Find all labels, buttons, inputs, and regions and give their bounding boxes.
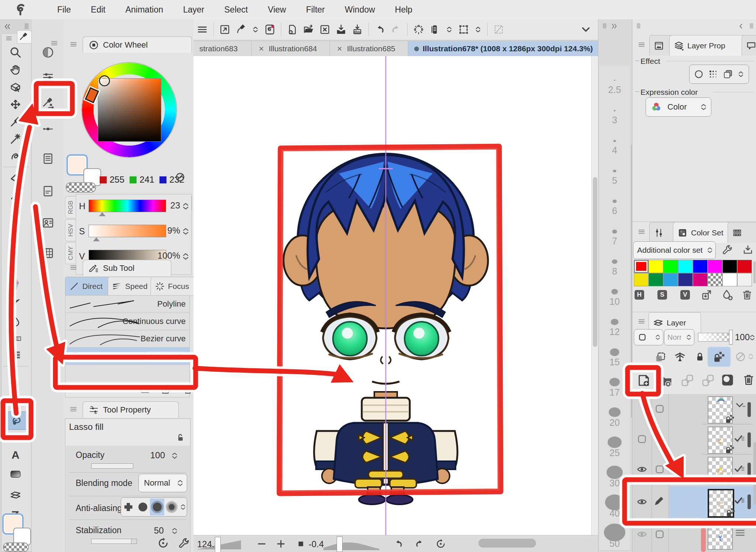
frame-border-tool-icon[interactable] [9, 380, 22, 393]
menu-item-select[interactable]: Select [214, 5, 258, 15]
brush-size-20[interactable]: 20 [599, 399, 630, 430]
move-tool-icon[interactable] [9, 98, 22, 111]
unlock-icon[interactable] [175, 432, 186, 443]
account-card-icon[interactable] [41, 216, 55, 230]
material-tool-icon[interactable] [9, 489, 22, 501]
rotate-cw-icon[interactable] [414, 538, 425, 549]
sub-tool-item-polyline[interactable]: Polyline [65, 296, 189, 313]
color-circle-icon[interactable] [41, 46, 55, 59]
aa-stepper-icon[interactable] [179, 501, 187, 513]
vector-pen-icon[interactable] [41, 97, 55, 110]
brush-size-12[interactable]: 12 [599, 308, 630, 339]
figure-tool-icon[interactable] [9, 349, 22, 361]
color-set-menu-icon[interactable] [637, 228, 646, 236]
sub-tool-group-speed[interactable]: Speed [108, 277, 154, 296]
undo-icon[interactable] [374, 24, 386, 35]
canvas-hscroll-thumb[interactable] [478, 539, 536, 548]
tool-property-tab[interactable]: Tool Property [83, 401, 179, 418]
color-swatch[interactable] [737, 260, 752, 273]
main-menu-icon[interactable] [196, 24, 208, 35]
register-color-icon[interactable] [700, 289, 714, 302]
document-icon[interactable] [41, 184, 55, 198]
menu-item-window[interactable]: Window [335, 5, 385, 15]
new-layer-icon[interactable] [636, 373, 652, 388]
s-value[interactable]: 9% [154, 225, 180, 236]
stabilization-value[interactable]: 50 [154, 525, 164, 536]
tool-tab[interactable] [17, 30, 32, 44]
layer-opacity-value[interactable]: 100 [735, 332, 750, 342]
menu-item-layer[interactable]: Layer [173, 5, 214, 15]
brush-size-40[interactable]: 40 [599, 490, 630, 521]
layer-property-menu-icon[interactable] [637, 41, 646, 49]
color-history-tab[interactable] [728, 222, 756, 243]
canvas[interactable] [193, 56, 598, 535]
panel-grip-icon[interactable] [22, 22, 30, 30]
layer-check-icon[interactable] [733, 432, 745, 444]
layer-check-icon[interactable] [733, 494, 745, 506]
effect-stepper-icon[interactable] [737, 68, 745, 81]
sub-tool-item-lasso-fill[interactable]: Lasso fill [65, 348, 189, 365]
brush-size-5[interactable]: 5 [599, 157, 630, 188]
layer-thumbnail[interactable] [708, 396, 733, 424]
brush-size-50[interactable]: 50 [599, 520, 630, 551]
color-swatch[interactable] [678, 260, 693, 273]
layer-opacity-stepper-icon[interactable] [748, 331, 756, 344]
operation-3d-tool-icon[interactable] [9, 81, 22, 93]
opacity-stepper-icon[interactable] [170, 449, 179, 462]
stabilization-slider[interactable] [91, 539, 132, 544]
layer-thumbnail[interactable] [708, 457, 733, 484]
brush-size-15[interactable]: 15 [599, 339, 630, 369]
auto-select-tool-icon[interactable] [9, 133, 22, 145]
color-set-tab[interactable]: Color Set [673, 222, 734, 243]
clipboard-stack-icon[interactable] [429, 24, 441, 35]
draft-stepper-icon[interactable] [747, 350, 755, 363]
toolbar-menu-icon[interactable] [4, 35, 13, 42]
saturation-slider-marker[interactable] [93, 237, 100, 241]
sv-cursor[interactable] [99, 75, 110, 86]
brush-size-25[interactable]: 25 [599, 429, 630, 460]
hue-slider-marker[interactable] [99, 212, 106, 216]
delete-layer-icon[interactable] [742, 373, 756, 387]
tool-settings-wrench-icon[interactable] [177, 537, 190, 550]
color-model-tab-hsv[interactable]: HSV [65, 219, 76, 241]
color-swatch[interactable] [693, 273, 708, 286]
layer-visible-eye-icon[interactable] [636, 496, 648, 508]
brush-size-10[interactable]: 10 [599, 278, 630, 309]
layer-opacity-slider[interactable] [698, 333, 730, 342]
brush-size-7[interactable]: 7 [599, 218, 630, 248]
tab-close-icon[interactable] [258, 45, 265, 52]
pen-tool-icon[interactable] [9, 189, 22, 201]
edit-color-set-wrench-icon[interactable] [721, 244, 733, 256]
document-tab[interactable]: Illustration684 [252, 41, 330, 56]
layer-edit-checkbox[interactable] [654, 433, 666, 445]
brush-size-2.5[interactable]: 2.5 [599, 66, 630, 97]
color-set-dropdown[interactable]: Additional color set [633, 241, 716, 259]
color-swatch[interactable] [678, 273, 693, 286]
eyedropper-tool-icon[interactable] [9, 115, 22, 128]
panel-grip-icon[interactable] [748, 22, 755, 30]
save-icon[interactable] [335, 24, 347, 35]
layer-row-selected[interactable] [632, 486, 756, 518]
filter-spray-icon[interactable] [413, 24, 425, 35]
layer-row[interactable] [632, 455, 756, 485]
transform-stepper-icon[interactable] [474, 24, 482, 35]
eraser-tool-icon[interactable] [9, 171, 22, 184]
rotate-canvas-icon[interactable] [235, 24, 247, 35]
color-swatch[interactable] [663, 260, 678, 273]
text-tool-icon[interactable]: A [9, 448, 22, 461]
add-color-droplet-icon[interactable] [720, 288, 734, 302]
merge-layer-icon[interactable] [700, 373, 716, 388]
collapse-right-icon[interactable] [737, 22, 745, 30]
reset-tool-icon[interactable] [157, 537, 170, 550]
lock-transparent-pixels-selected[interactable] [708, 347, 731, 367]
brush-tool-icon[interactable] [9, 297, 22, 310]
layer-property-tab[interactable]: Layer Prop [669, 35, 748, 56]
open-file-icon[interactable] [303, 24, 315, 35]
size-grip-icon[interactable] [601, 22, 608, 30]
selection-tool-icon[interactable] [9, 150, 22, 163]
delete-subtool-icon[interactable] [182, 383, 194, 395]
layer-list-scrollbar[interactable] [753, 442, 756, 505]
rotate-slider-handle[interactable] [337, 537, 343, 552]
document-tab[interactable]: stration683 [193, 41, 252, 56]
swatch-scrollbar[interactable] [753, 261, 756, 283]
